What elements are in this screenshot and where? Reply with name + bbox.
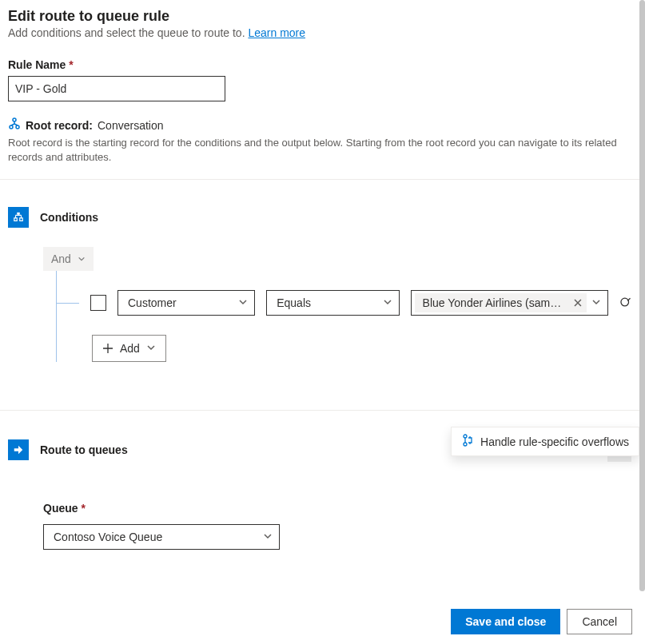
overflow-icon [461,434,474,449]
svg-point-2 [16,125,19,129]
required-asterisk: * [69,58,73,71]
overflow-menu-item[interactable]: Handle rule-specific overflows [451,427,639,456]
svg-point-0 [13,118,16,121]
save-button[interactable]: Save and close [451,609,560,634]
value-chip-text: Blue Yonder Airlines (sample) [423,296,567,309]
subtitle-text: Add conditions and select the queue to r… [8,26,248,39]
attribute-value: Customer [128,296,177,309]
value-dropdown[interactable]: Blue Yonder Airlines (sample) [411,290,608,316]
queue-value: Contoso Voice Queue [54,531,162,543]
operator-value: Equals [277,296,311,309]
overflow-menu-label: Handle rule-specific overflows [480,435,629,448]
add-condition-button[interactable]: Add [92,335,166,362]
required-asterisk: * [81,502,85,515]
queue-label-text: Queue [43,502,78,515]
divider [0,179,639,180]
svg-point-10 [464,443,467,446]
rule-name-label-text: Rule Name [8,58,66,71]
route-title: Route to queues [40,443,128,456]
group-operator-label: And [51,252,71,265]
svg-rect-3 [17,213,20,215]
root-record-value: Conversation [98,119,164,132]
route-section-icon [8,439,29,460]
svg-point-4 [621,298,629,306]
chevron-down-icon [146,342,156,355]
chevron-down-icon [238,296,248,309]
root-record-help: Root record is the starting record for t… [8,136,631,165]
divider [0,410,639,411]
rule-name-label: Rule Name * [8,58,631,71]
value-chip: Blue Yonder Airlines (sample) [415,293,587,312]
chevron-down-icon [263,531,273,543]
queue-label: Queue * [43,502,631,515]
chevron-down-icon [78,255,86,263]
hierarchy-icon [8,117,21,133]
conditions-section-icon [8,207,29,228]
conditions-title: Conditions [40,211,98,224]
svg-point-9 [464,435,467,438]
cancel-button[interactable]: Cancel [567,609,632,634]
page-title: Edit route to queue rule [8,8,631,25]
group-operator-dropdown[interactable]: And [43,247,94,271]
operator-dropdown[interactable]: Equals [266,290,399,316]
plus-icon [102,343,113,354]
search-icon[interactable] [619,296,631,309]
chevron-down-icon [591,296,601,309]
chevron-down-icon [383,296,392,309]
add-label: Add [120,342,140,355]
scrollbar-track[interactable] [639,0,645,644]
root-record-label: Root record: [26,119,93,132]
learn-more-link[interactable]: Learn more [248,26,305,39]
rule-name-input[interactable] [8,76,225,101]
condition-row: Customer Equals Blue Yonder Airlines (sa… [57,271,631,316]
scrollbar-thumb[interactable] [639,0,645,591]
remove-chip-icon[interactable] [574,299,582,307]
page-subtitle: Add conditions and select the queue to r… [8,26,631,39]
svg-point-1 [10,125,13,129]
queue-dropdown[interactable]: Contoso Voice Queue [43,524,280,550]
tree-branch [57,342,92,355]
condition-checkbox[interactable] [90,295,106,311]
tree-branch [57,303,79,304]
attribute-dropdown[interactable]: Customer [117,290,255,316]
